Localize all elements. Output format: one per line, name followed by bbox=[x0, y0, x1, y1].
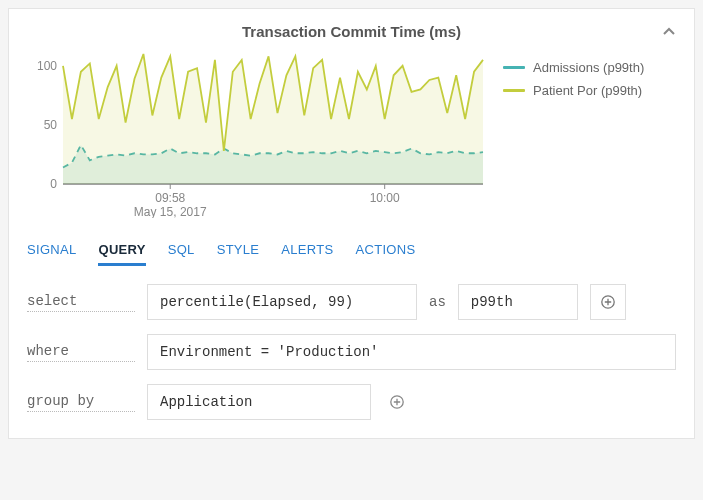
select-label: select bbox=[27, 293, 135, 312]
tab-signal[interactable]: SIGNAL bbox=[27, 242, 76, 266]
chart-plot: 05010009:5810:00May 15, 2017 bbox=[27, 48, 487, 218]
tab-actions[interactable]: ACTIONS bbox=[355, 242, 415, 266]
legend-label: Patient Por (p99th) bbox=[533, 83, 642, 98]
where-label: where bbox=[27, 343, 135, 362]
svg-text:09:58: 09:58 bbox=[155, 191, 185, 205]
legend-item-patient-por[interactable]: Patient Por (p99th) bbox=[503, 83, 644, 98]
svg-text:0: 0 bbox=[50, 177, 57, 191]
tab-sql[interactable]: SQL bbox=[168, 242, 195, 266]
svg-text:10:00: 10:00 bbox=[370, 191, 400, 205]
add-select-button[interactable] bbox=[590, 284, 626, 320]
swatch-olive bbox=[503, 89, 525, 92]
where-input[interactable] bbox=[147, 334, 676, 370]
add-groupby-button[interactable] bbox=[383, 388, 411, 416]
collapse-icon[interactable] bbox=[662, 25, 676, 42]
groupby-input[interactable] bbox=[147, 384, 371, 420]
tab-alerts[interactable]: ALERTS bbox=[281, 242, 333, 266]
chart-title: Transaction Commit Time (ms) bbox=[242, 23, 461, 40]
select-input[interactable] bbox=[147, 284, 417, 320]
legend-item-admissions[interactable]: Admissions (p99th) bbox=[503, 60, 644, 75]
tab-query[interactable]: QUERY bbox=[98, 242, 145, 266]
as-label: as bbox=[429, 294, 446, 310]
legend-label: Admissions (p99th) bbox=[533, 60, 644, 75]
tab-style[interactable]: STYLE bbox=[217, 242, 260, 266]
legend: Admissions (p99th) Patient Por (p99th) bbox=[503, 48, 644, 218]
tabs: SIGNALQUERYSQLSTYLEALERTSACTIONS bbox=[27, 242, 676, 266]
swatch-teal bbox=[503, 66, 525, 69]
alias-input[interactable] bbox=[458, 284, 578, 320]
svg-text:50: 50 bbox=[44, 118, 58, 132]
svg-text:May 15, 2017: May 15, 2017 bbox=[134, 205, 207, 218]
groupby-label: group by bbox=[27, 393, 135, 412]
svg-text:100: 100 bbox=[37, 59, 57, 73]
